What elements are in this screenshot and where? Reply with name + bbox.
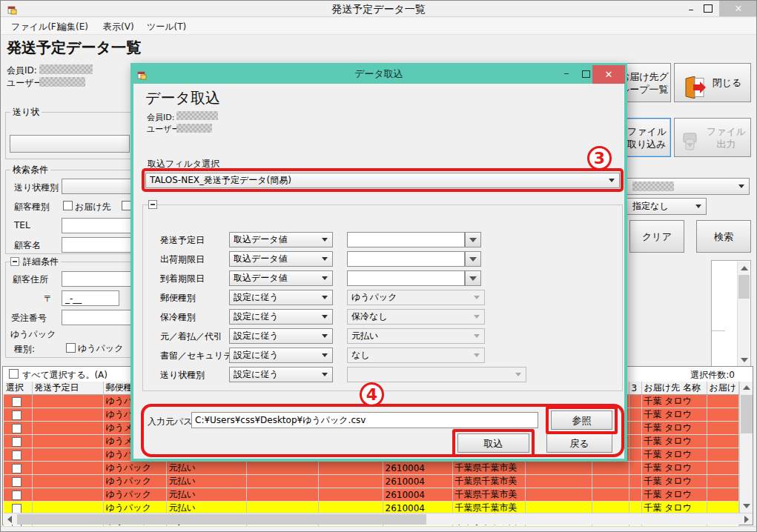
grid-row[interactable]: ゆうパック元払い2610004千葉県千葉市美千葉 タロウ: [4, 488, 738, 502]
grid-cell: [629, 408, 641, 422]
grid-cell: 2610004: [383, 488, 452, 502]
dialog-minimize-button[interactable]: –: [558, 67, 575, 79]
row-checkbox[interactable]: [12, 504, 22, 513]
import-button[interactable]: 取込: [457, 433, 529, 453]
select-all-label: すべて選択する。(A): [22, 369, 108, 382]
import-filter-dropdown[interactable]: TALOS-NEX_発送予定データ(簡易): [145, 173, 620, 188]
search-button[interactable]: 検索: [696, 220, 751, 253]
browse-button[interactable]: 参照: [551, 410, 612, 430]
dialog-maximize-button[interactable]: [582, 70, 590, 78]
collapse-minus-icon[interactable]: [10, 257, 19, 266]
mapping-row: 送り状種別設定に従う: [133, 367, 624, 382]
mapping-mode-dropdown[interactable]: 設定に従う: [229, 290, 333, 305]
menu-tools[interactable]: ツール(T): [147, 21, 186, 33]
invoice-type-dropdown[interactable]: [62, 179, 131, 194]
row-checkbox[interactable]: [12, 410, 22, 420]
mapping-row: 到着期限日取込データ値: [133, 270, 624, 286]
grid-header-cell[interactable]: 選択: [4, 382, 32, 395]
menu-edit[interactable]: 編集(E): [58, 21, 88, 33]
select-all-checkbox[interactable]: [9, 369, 19, 379]
close-button[interactable]: ✕: [719, 1, 757, 16]
clear-button[interactable]: クリア: [629, 220, 684, 253]
invoice-type-label: 送り状種別: [14, 182, 59, 194]
mapping-date-input[interactable]: [347, 251, 465, 267]
input-path-field[interactable]: C:¥Users¥css¥Desktop¥ゆうパック.csv: [191, 412, 538, 428]
row-checkbox[interactable]: [12, 477, 22, 487]
grid-cell: [32, 475, 103, 488]
grid-cell: [707, 475, 738, 488]
mapping-date-input[interactable]: [347, 232, 465, 247]
mapping-value-dropdown[interactable]: 元払い: [347, 328, 485, 344]
mapping-mode-dropdown[interactable]: 設定に従う: [229, 348, 333, 363]
grid-cell: [629, 462, 641, 475]
grid-cell: [318, 475, 383, 488]
mapping-mode-dropdown[interactable]: 取込データ値: [229, 232, 333, 247]
mapping-row: 発送予定日取込データ値: [133, 232, 624, 247]
mapping-mode-dropdown[interactable]: 設定に従う: [229, 367, 333, 382]
postal-input[interactable]: _-__: [62, 290, 119, 306]
grid-row[interactable]: ゆうパック元払い2610004千葉県千葉市美千葉 タロウ: [4, 462, 738, 475]
member-id-label: 会員ID:: [7, 64, 37, 77]
mapping-row-label: 元／着払／代引: [160, 330, 222, 343]
grid-header-cell[interactable]: 発送予定日: [32, 382, 103, 395]
listbox-scrollbar[interactable]: [737, 262, 750, 368]
row-checkbox[interactable]: [12, 424, 22, 433]
maximize-button[interactable]: [704, 4, 713, 13]
annotation-circle-4: 4: [360, 382, 384, 407]
mapping-value-dropdown[interactable]: [347, 367, 526, 382]
dialog-close-button[interactable]: ✕: [592, 65, 625, 84]
grid-hscrollbar[interactable]: [4, 513, 753, 525]
back-button[interactable]: 戻る: [546, 433, 612, 453]
close-window-button[interactable]: 閉じる: [674, 63, 751, 102]
mapping-mode-dropdown[interactable]: 取込データ値: [229, 251, 333, 267]
menubar: ファイル(F) 編集(E) 表示(V) ツール(T): [1, 18, 756, 35]
grid-select-cell: [4, 488, 32, 502]
row-checkbox[interactable]: [12, 450, 22, 460]
date-dropdown-button[interactable]: [465, 251, 481, 267]
grid-cell: 2610004: [383, 462, 452, 475]
invoice-groupbox: 送り状: [5, 112, 131, 159]
grid-cell: 千葉 タロウ: [641, 435, 707, 448]
result-listbox-fragment: [711, 260, 751, 370]
mapping-mode-dropdown[interactable]: 設定に従う: [229, 309, 333, 325]
dialog-content: データ取込 会員ID: ユーザー: 取込フィルタ選択 TALOS-NEX_発送予…: [133, 84, 624, 459]
mapping-mode-dropdown[interactable]: 設定に従う: [229, 328, 333, 344]
calendar-arrow-icon: [469, 257, 477, 262]
tel-input[interactable]: [62, 218, 131, 233]
menu-view[interactable]: 表示(V): [103, 21, 134, 33]
mapping-date-input[interactable]: [347, 270, 465, 286]
mapping-value-dropdown[interactable]: 保冷なし: [347, 309, 485, 325]
grid-row[interactable]: ゆうパック元払い2610004千葉県千葉市美千葉 タロウ: [4, 475, 738, 488]
row-checkbox[interactable]: [12, 437, 22, 447]
grid-cell: 千葉県千葉市美: [452, 488, 525, 502]
date-dropdown-button[interactable]: [465, 232, 481, 247]
mapping-value-dropdown[interactable]: ゆうパック: [347, 290, 485, 305]
grid-header-cell[interactable]: お届け: [707, 382, 738, 395]
search-target-dropdown[interactable]: [607, 178, 750, 195]
file-export-button[interactable]: ファイル 出力: [674, 118, 751, 157]
date-dropdown-button[interactable]: [465, 270, 481, 286]
recipient-checkbox[interactable]: [63, 201, 73, 210]
mapping-value-dropdown[interactable]: なし: [347, 348, 485, 363]
grid-header-cell[interactable]: 3: [629, 382, 641, 395]
dialog-heading: データ取込: [145, 88, 220, 108]
row-checkbox[interactable]: [12, 464, 22, 473]
mapping-mode-dropdown[interactable]: 取込データ値: [229, 270, 333, 286]
minimize-button[interactable]: –: [681, 1, 701, 16]
row-checkbox[interactable]: [12, 491, 22, 500]
grid-header-cell[interactable]: お届け先 名称: [641, 382, 707, 395]
input-path-label: 入力元パス: [148, 416, 193, 428]
order-number-input[interactable]: [62, 310, 131, 325]
yupack-checkbox[interactable]: [66, 343, 76, 353]
statusbar: [1, 526, 756, 532]
grid-cell: 千葉 タロウ: [641, 462, 707, 475]
menu-file[interactable]: ファイル(F): [11, 21, 59, 33]
grid-cell: 千葉県千葉市美: [452, 475, 525, 488]
grid-cell: [629, 435, 641, 448]
mapping-collapse-icon[interactable]: [148, 200, 157, 209]
grid-vscrollbar[interactable]: [739, 382, 753, 513]
customer-address-input[interactable]: [62, 271, 131, 287]
row-checkbox[interactable]: [12, 397, 22, 407]
customer-name-input[interactable]: [62, 237, 131, 253]
mapping-row-label: 出荷期限日: [160, 253, 205, 266]
